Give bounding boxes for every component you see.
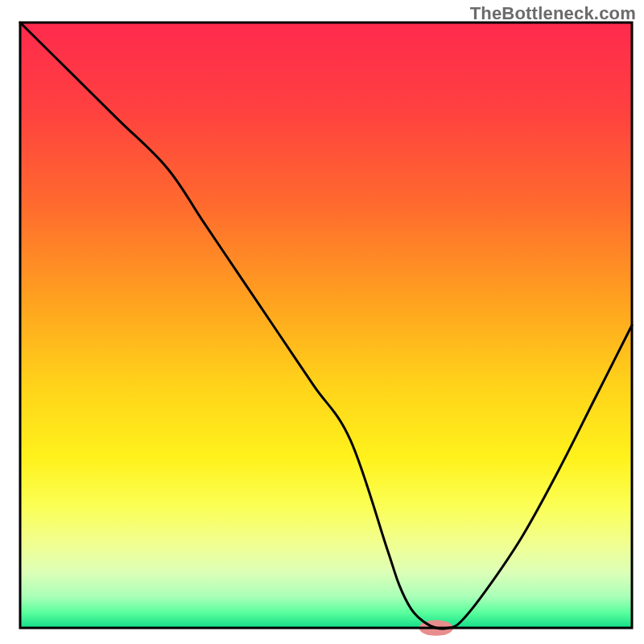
- bottleneck-chart: [0, 0, 644, 644]
- watermark-text: TheBottleneck.com: [470, 3, 636, 24]
